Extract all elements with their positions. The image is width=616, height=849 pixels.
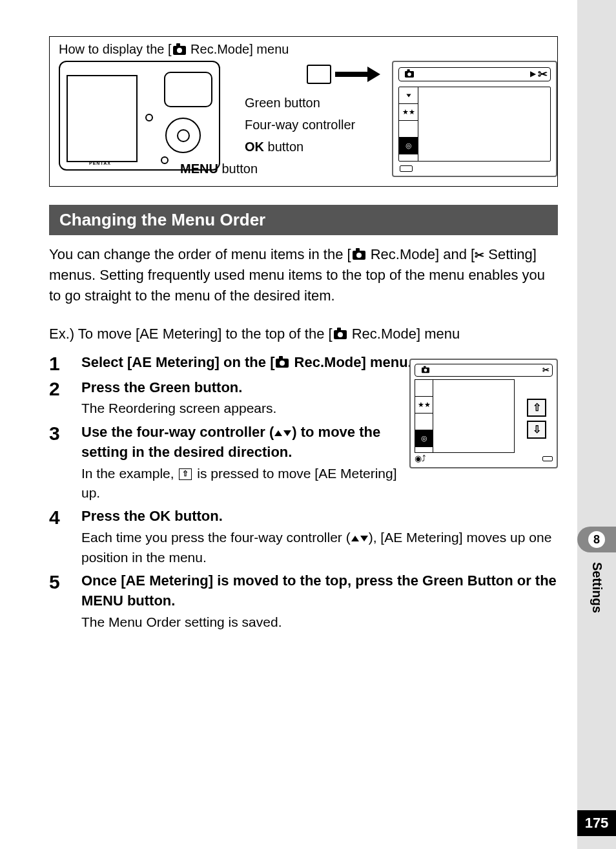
text: button. <box>170 508 223 524</box>
text: button <box>264 140 303 154</box>
steps-2-3-row: 2 Press the Green button. The Reordering… <box>49 378 558 507</box>
text: Each time you press the four-way control… <box>81 530 351 545</box>
section-tab: Settings <box>577 556 616 646</box>
tools-tab-icon: ✂ <box>542 365 549 375</box>
step-number: 4 <box>49 507 70 567</box>
step-2: 2 Press the Green button. The Reordering… <box>49 378 400 419</box>
text: You can change the order of menu items i… <box>49 246 351 262</box>
step-heading: Once [AE Metering] is moved to the top, … <box>81 571 558 611</box>
reorder-arrows: ⇧ ⇩ <box>527 399 550 439</box>
scroll-handle <box>542 456 553 461</box>
page-number: 175 <box>577 810 616 836</box>
page-number-text: 175 <box>585 815 609 832</box>
step-subtext: The Reordering screen appears. <box>81 399 400 418</box>
list-item-icon: ★★ <box>399 104 418 121</box>
text: Use the four-way controller ( <box>81 424 274 440</box>
up-triangle-icon <box>351 536 359 541</box>
down-triangle-icon <box>360 536 368 541</box>
tab-right: ▶ ✂ <box>530 67 548 81</box>
menu-button <box>161 156 169 164</box>
up-triangle-icon <box>274 430 282 436</box>
step-heading: Use the four-way controller () to move t… <box>81 423 400 463</box>
steps-list: 1 Select [AE Metering] on the [ Rec.Mode… <box>49 353 558 632</box>
step-subtext: In the example, ⇧ is pressed to move [AE… <box>81 464 400 503</box>
step-5: 5 Once [AE Metering] is moved to the top… <box>49 571 558 632</box>
step-heading: Press the Green button. <box>81 378 400 398</box>
intro-paragraph: You can change the order of menu items i… <box>49 244 558 306</box>
mini-menu-list: ★★ ◎ <box>415 379 515 453</box>
menu-screenshot: ▶ ✂ ★★ ◎ <box>392 61 557 177</box>
list-item-icon <box>399 154 418 162</box>
list-item-icon-selected: ◎ <box>399 138 418 154</box>
camera-icon <box>353 251 365 260</box>
text: button <box>218 162 258 176</box>
step-number: 1 <box>49 353 70 374</box>
howto-title: How to display the [ Rec.Mode] menu <box>59 42 548 57</box>
step-number: 3 <box>49 423 70 503</box>
move-down-icon: ⇩ <box>527 421 546 439</box>
list-item-icon-selected: ◎ <box>415 430 433 447</box>
menu-tabbar: ▶ ✂ <box>398 67 551 81</box>
text: In the example, <box>81 466 178 481</box>
ok-button-label: OK button <box>245 136 380 158</box>
list-item-icon <box>399 87 418 104</box>
lcd-icon <box>307 65 331 84</box>
mini-tabbar: ✂ <box>415 364 553 377</box>
text: Press the <box>81 508 149 524</box>
chevron-down-icon <box>406 94 411 97</box>
step-4: 4 Press the OK button. Each time you pre… <box>49 507 558 567</box>
scroll-handle <box>400 165 413 172</box>
camera-body: PENTAX <box>59 61 220 171</box>
move-up-icon: ⇧ <box>527 399 546 417</box>
reorder-screenshot: ✂ ★★ ◎ ⇧ ⇩ ◉⤴ <box>409 359 558 468</box>
menu-icons-column: ★★ ◎ <box>399 87 418 161</box>
example-line: Ex.) To move [AE Metering] to the top of… <box>49 326 558 342</box>
camera-grip <box>164 72 212 107</box>
section-label-text: Settings <box>590 562 604 613</box>
return-icon: ◉⤴ <box>415 454 426 463</box>
menu-list: ★★ ◎ <box>398 87 551 162</box>
text: Rec.Mode] menu. <box>290 354 411 370</box>
camera-lcd-frame <box>67 75 138 162</box>
camera-icon <box>173 46 186 55</box>
press-arrow-row <box>245 65 380 84</box>
step-heading: Press the OK button. <box>81 507 558 527</box>
green-button <box>145 114 153 121</box>
tools-icon: ✂ <box>475 247 484 264</box>
camera-tab-icon <box>405 71 414 78</box>
boxed-up-arrow-icon: ⇧ <box>179 468 192 480</box>
chapter-badge: 8 <box>577 527 616 552</box>
menu-button-label: MENU button <box>180 158 380 180</box>
chapter-number: 8 <box>588 531 605 548</box>
list-item-icon <box>415 380 433 397</box>
text: OK <box>245 140 264 154</box>
right-margin <box>577 0 616 849</box>
list-item-icon <box>415 414 433 430</box>
list-item-icon <box>399 121 418 138</box>
mini-icon-column: ★★ ◎ <box>415 380 433 452</box>
camera-icon <box>276 359 289 368</box>
camera-icon <box>334 330 347 339</box>
text: OK <box>149 508 170 524</box>
howto-box: How to display the [ Rec.Mode] menu PENT… <box>49 36 558 187</box>
text: Rec.Mode] and [ <box>367 246 475 262</box>
step-number: 2 <box>49 378 70 419</box>
four-way-controller <box>165 118 201 153</box>
step-subtext: The Menu Order setting is saved. <box>81 613 558 632</box>
text: Ex.) To move [AE Metering] to the top of… <box>49 326 333 342</box>
text: Rec.Mode] menu <box>187 42 289 56</box>
text: How to display the [ <box>59 42 172 56</box>
green-button-label: Green button <box>245 92 380 114</box>
text: button. <box>123 592 176 609</box>
brand-text: PENTAX <box>89 161 111 165</box>
fourway-label: Four-way controller <box>245 114 380 136</box>
arrow-right-icon <box>335 68 380 81</box>
content-area: How to display the [ Rec.Mode] menu PENT… <box>49 36 558 636</box>
step-number: 5 <box>49 571 70 632</box>
step-subtext: Each time you press the four-way control… <box>81 528 558 567</box>
section-heading: Changing the Menu Order <box>49 205 558 235</box>
callout-labels: Green button Four-way controller OK butt… <box>245 61 380 180</box>
howto-diagram-row: PENTAX Green button Four-way controller … <box>59 61 548 180</box>
text: Select [AE Metering] on the [ <box>81 354 274 370</box>
text: MENU <box>180 162 218 176</box>
